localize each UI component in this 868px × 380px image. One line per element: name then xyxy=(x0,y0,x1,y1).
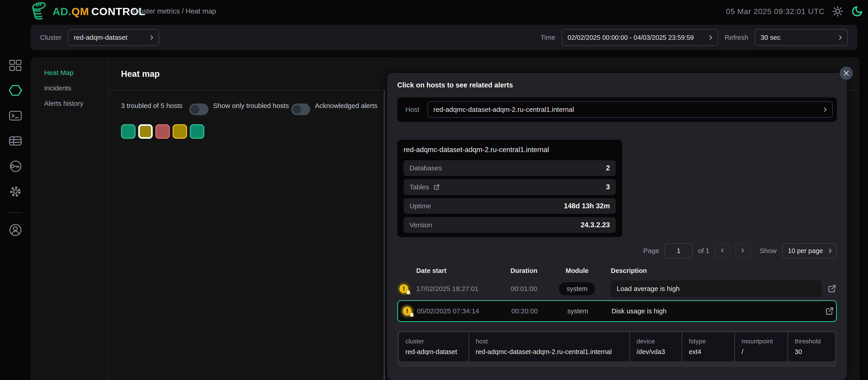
chevron-left-icon: ‹ xyxy=(721,244,724,255)
module-badge: system xyxy=(560,305,596,318)
host-tile-warning-selected[interactable] xyxy=(138,124,153,139)
open-alert-external-link-icon[interactable] xyxy=(825,306,834,316)
field-label: host xyxy=(476,338,623,345)
column-header-date-start: Date start xyxy=(416,267,499,275)
time-label: Time xyxy=(540,34,555,41)
page-title: Heat map xyxy=(121,69,160,79)
alert-date-start: 17/02/2025 18:27:01 xyxy=(416,285,499,292)
nav-item-alerts-history[interactable]: Alerts history xyxy=(44,99,108,108)
open-alert-external-link-icon[interactable] xyxy=(827,284,837,293)
nav-item-incidents[interactable]: Incidents xyxy=(44,83,108,93)
acknowledged-alerts-label: Acknowledged alerts xyxy=(315,101,385,111)
field-value: / xyxy=(742,348,781,356)
content-scrollbar[interactable] xyxy=(384,90,385,380)
icon-sidebar xyxy=(0,57,31,380)
field-value: ext4 xyxy=(689,348,728,356)
column-header-module: Module xyxy=(549,267,605,275)
logo-text-qm: QM xyxy=(71,5,89,18)
cluster-label: Cluster xyxy=(40,34,62,41)
host-select-value: red-adqmc-dataset-adqm-2.ru-central1.int… xyxy=(433,106,574,113)
external-link-icon[interactable] xyxy=(433,184,440,191)
host-tile-ok[interactable] xyxy=(121,124,135,139)
field-value: /dev/vda3 xyxy=(637,348,675,356)
light-theme-sun-icon[interactable] xyxy=(831,5,844,18)
page-number-input[interactable] xyxy=(664,243,693,258)
table-icon[interactable] xyxy=(8,134,23,148)
alert-detail-host: host red-adqmc-dataset-adqm-2.ru-central… xyxy=(469,332,629,361)
alert-detail-device: device /dev/vda3 xyxy=(630,332,681,361)
cluster-select-value: red-adqm-dataset xyxy=(74,34,127,41)
logo-database-icon xyxy=(29,1,51,21)
refresh-label: Refresh xyxy=(724,34,748,41)
field-label: device xyxy=(637,338,675,345)
field-value: red-adqm-dataset xyxy=(405,348,462,356)
alert-detail-fstype: fstype ext4 xyxy=(682,332,734,361)
sidebar-divider xyxy=(8,212,23,213)
detail-value: 24.3.2.23 xyxy=(581,221,610,229)
host-selector-card: Host red-adqmc-dataset-adqm-2.ru-central… xyxy=(397,97,837,122)
toggle-knob xyxy=(191,105,199,114)
filter-bar: Cluster red-adqm-dataset › Time 02/02/20… xyxy=(31,25,857,50)
alert-details-card: cluster red-adqm-dataset host red-adqmc-… xyxy=(397,331,837,367)
host-tile-critical[interactable] xyxy=(155,124,170,139)
detail-value: 2 xyxy=(606,164,610,172)
host-details-card: red-adqmc-dataset-adqm-2.ru-central1.int… xyxy=(397,140,622,237)
alert-detail-threshold: threshold 30 xyxy=(788,332,835,361)
close-icon[interactable] xyxy=(840,67,853,80)
time-range-select[interactable]: 02/02/2025 00:00:00 - 04/03/2025 23:59:5… xyxy=(562,29,718,46)
alert-detail-cluster: cluster red-adqm-dataset xyxy=(399,332,468,361)
per-page-select[interactable]: 10 per page › xyxy=(782,243,837,258)
refresh-interval-value: 30 sec xyxy=(761,34,780,41)
alerts-table: Date start Duration Module Description ! xyxy=(397,264,837,322)
warning-bell-icon: ! xyxy=(397,282,410,295)
show-only-troubled-toggle[interactable] xyxy=(189,103,208,115)
detail-row-tables: Tables 3 xyxy=(404,179,616,195)
alert-row-selected[interactable]: ! 05/02/2025 07:34:14 00:20:00 system Di… xyxy=(397,300,837,322)
field-label: cluster xyxy=(405,338,462,345)
cluster-select[interactable]: red-adqm-dataset › xyxy=(68,29,159,46)
prev-page-button[interactable]: ‹ xyxy=(715,243,730,258)
detail-label: Uptime xyxy=(409,202,431,210)
detail-row-databases: Databases 2 xyxy=(404,160,616,176)
dashboard-grid-icon[interactable] xyxy=(8,58,23,73)
host-select[interactable]: red-adqmc-dataset-adqm-2.ru-central1.int… xyxy=(428,101,833,118)
user-profile-icon[interactable] xyxy=(8,223,23,237)
next-page-button[interactable]: › xyxy=(735,243,750,258)
troubled-hosts-count: 3 troubled of 5 hosts xyxy=(121,101,187,111)
detail-label: Version xyxy=(409,221,432,229)
page-of-text: of 1 xyxy=(698,247,709,254)
module-badge: system xyxy=(559,282,595,295)
section-nav: Heat Map Incidents Alerts history xyxy=(31,57,108,380)
host-tiles xyxy=(121,124,204,139)
app-logo[interactable]: AD.QMCONTROL xyxy=(29,1,146,21)
refresh-interval-select[interactable]: 30 sec › xyxy=(755,29,848,46)
alerts-table-header: Date start Duration Module Description xyxy=(397,264,837,277)
detail-row-version: Version 24.3.2.23 xyxy=(404,217,616,233)
nav-item-heat-map[interactable]: Heat Map xyxy=(44,68,108,77)
detail-label: Databases xyxy=(409,164,442,172)
terminal-icon[interactable] xyxy=(8,108,23,123)
show-only-troubled-label: Show only troubled hosts xyxy=(213,101,292,111)
host-alerts-drawer: Click on hosts to see related alerts Hos… xyxy=(387,73,847,380)
show-label: Show xyxy=(760,247,777,254)
host-tile-warning[interactable] xyxy=(173,124,187,139)
detail-row-uptime: Uptime 148d 13h 32m xyxy=(404,198,616,214)
hexagon-monitoring-icon[interactable] xyxy=(8,83,23,98)
alert-row[interactable]: ! 17/02/2025 18:27:01 00:01:00 system Lo… xyxy=(397,279,837,299)
settings-gear-icon[interactable] xyxy=(8,184,23,199)
alert-description: Load average is high xyxy=(611,280,822,297)
field-value: 30 xyxy=(795,348,829,356)
host-tile-ok[interactable] xyxy=(190,124,204,139)
page-label: Page xyxy=(643,247,659,254)
field-label: mountpoint xyxy=(742,338,781,345)
toggle-knob xyxy=(292,105,301,114)
chevron-right-icon: › xyxy=(741,244,744,255)
detail-label: Tables xyxy=(409,183,429,191)
acknowledged-alerts-toggle[interactable] xyxy=(291,103,310,115)
detail-value: 148d 13h 32m xyxy=(564,202,610,210)
pagination: Page of 1 ‹ › Show 10 per page › xyxy=(643,243,837,259)
dark-theme-moon-icon[interactable] xyxy=(851,5,864,18)
field-value: red-adqmc-dataset-adqm-2.ru-central1.int… xyxy=(476,348,623,356)
top-header: AD.QMCONTROL Cluster metrics / Heat map … xyxy=(0,0,868,23)
key-access-icon[interactable] xyxy=(8,159,23,174)
